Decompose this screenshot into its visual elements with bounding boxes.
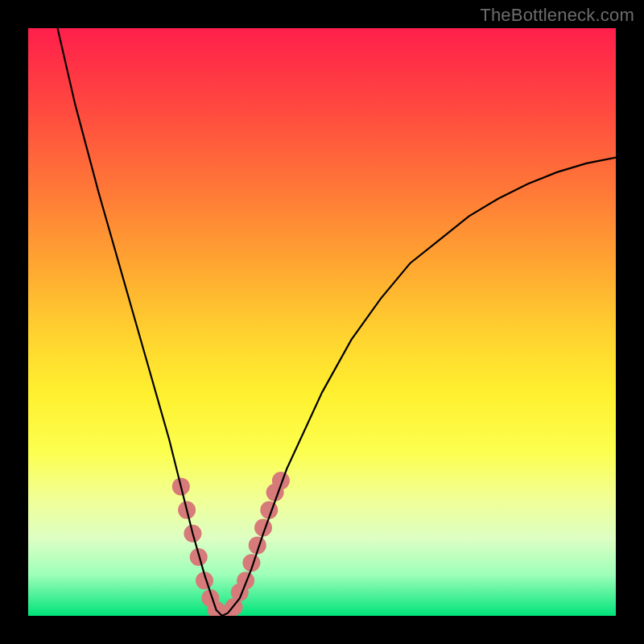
- outer-frame: TheBottleneck.com: [0, 0, 644, 644]
- bottleneck-curve: [58, 28, 617, 616]
- watermark-text: TheBottleneck.com: [480, 5, 634, 26]
- plot-area: [28, 28, 616, 616]
- highlight-dot: [237, 572, 254, 589]
- chart-svg: [28, 28, 616, 616]
- highlight-dots-group: [172, 472, 290, 616]
